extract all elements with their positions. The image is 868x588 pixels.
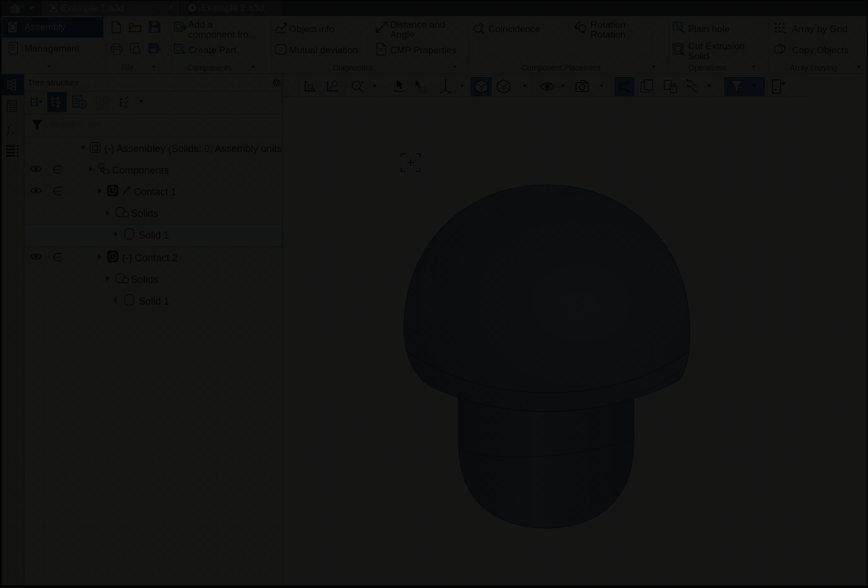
svg-text:x: x (11, 128, 15, 136)
svg-text:f: f (7, 123, 12, 135)
